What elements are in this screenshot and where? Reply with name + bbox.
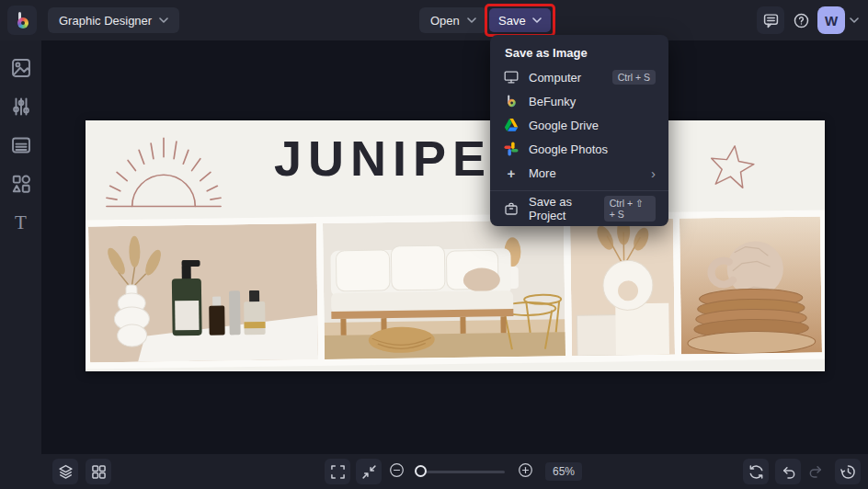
menu-item-label: Google Photos — [529, 142, 608, 156]
sidebar-item-text[interactable]: T — [8, 210, 34, 235]
layers-button[interactable] — [52, 459, 78, 484]
menu-item-befunky[interactable]: BeFunky — [490, 89, 668, 113]
sidebar-item-graphics[interactable] — [8, 171, 34, 197]
refresh-icon — [748, 464, 764, 480]
open-button-label: Open — [430, 14, 460, 28]
fit-screen-icon — [361, 464, 377, 480]
photo-sofa[interactable] — [323, 220, 565, 359]
redo-icon — [808, 463, 824, 479]
account-chevron-down-icon[interactable] — [850, 17, 859, 23]
bottom-bar: 65% — [41, 454, 868, 489]
avatar-initial: W — [825, 13, 838, 28]
menu-item-computer[interactable]: Computer Ctrl + S — [490, 65, 668, 89]
grid-view-button[interactable] — [86, 459, 111, 484]
save-annotation-box: Save — [485, 4, 555, 37]
zoom-level-value: 65% — [553, 465, 575, 478]
befunky-icon — [503, 93, 520, 109]
fullscreen-icon — [330, 464, 346, 480]
feedback-button[interactable] — [757, 6, 784, 34]
shortcut-badge: Ctrl + ⇧ + S — [604, 196, 656, 222]
zoom-in-button[interactable] — [518, 462, 536, 481]
menu-item-label: Save as Project — [529, 195, 595, 222]
help-button[interactable] — [787, 6, 815, 34]
menu-item-more[interactable]: + More › — [490, 161, 668, 185]
chevron-down-icon — [467, 17, 476, 23]
undo-icon — [781, 464, 796, 480]
redo-button[interactable] — [808, 463, 827, 482]
photo-donut-vase[interactable] — [570, 219, 675, 357]
menu-divider — [490, 190, 668, 191]
save-dropdown-menu: Save as Image Computer Ctrl + S — [490, 35, 668, 226]
briefcase-icon — [503, 200, 520, 217]
sidebar-item-edit[interactable] — [8, 94, 34, 119]
zoom-slider-handle[interactable] — [415, 465, 427, 477]
history-button[interactable] — [835, 459, 861, 484]
photo-skincare[interactable] — [88, 223, 318, 362]
photo-ceramics[interactable] — [680, 216, 822, 354]
app-switcher-label: Graphic Designer — [59, 14, 152, 28]
card-icon — [11, 135, 31, 155]
fit-to-screen-button[interactable] — [356, 459, 382, 484]
layers-icon — [58, 464, 74, 480]
zoom-level-badge[interactable]: 65% — [545, 462, 582, 481]
chevron-down-icon — [532, 17, 542, 23]
text-icon: T — [15, 213, 27, 233]
comment-icon — [763, 13, 779, 28]
avatar[interactable]: W — [817, 6, 845, 34]
plus-circle-icon — [518, 462, 533, 478]
graphic-designer-app: Graphic Designer Open Save — [0, 0, 868, 489]
minus-circle-icon — [389, 462, 405, 478]
zoom-slider[interactable] — [417, 471, 505, 473]
workspace: JUNIPER — [41, 40, 868, 454]
sun-illustration[interactable] — [99, 131, 228, 212]
menu-item-label: Computer — [529, 71, 581, 85]
befunky-logo[interactable] — [7, 6, 37, 35]
menu-item-save-as-project[interactable]: Save as Project Ctrl + ⇧ + S — [490, 197, 668, 221]
star-illustration[interactable] — [706, 141, 758, 192]
save-menu-title: Save as Image — [490, 39, 668, 65]
menu-item-google-photos[interactable]: Google Photos — [490, 137, 668, 161]
sidebar-item-image-manager[interactable] — [8, 55, 34, 81]
help-icon — [794, 13, 809, 28]
shortcut-badge: Ctrl + S — [612, 70, 656, 85]
save-button[interactable]: Save — [489, 8, 551, 32]
sidebar-item-templates[interactable] — [8, 132, 34, 158]
menu-item-google-drive[interactable]: Google Drive — [490, 113, 668, 137]
app-switcher-button[interactable]: Graphic Designer — [48, 7, 179, 33]
left-toolbar: T — [0, 40, 41, 489]
undo-button[interactable] — [775, 459, 801, 484]
refresh-button[interactable] — [743, 459, 769, 484]
chevron-down-icon — [159, 17, 168, 23]
google-photos-icon — [503, 141, 520, 157]
computer-icon — [503, 69, 520, 85]
save-button-label: Save — [498, 14, 526, 28]
open-button[interactable]: Open — [419, 7, 487, 33]
photo-collage — [86, 210, 825, 369]
menu-item-label: BeFunky — [529, 95, 576, 108]
top-bar: Graphic Designer Open Save — [0, 0, 868, 40]
grid-icon — [91, 464, 107, 480]
menu-item-label: Google Drive — [529, 119, 599, 132]
adjustments-icon — [11, 97, 31, 117]
google-drive-icon — [503, 117, 520, 133]
history-icon — [840, 464, 856, 480]
chevron-right-icon: › — [651, 166, 656, 180]
design-canvas[interactable]: JUNIPER — [86, 120, 825, 371]
menu-item-label: More — [529, 166, 556, 180]
image-icon — [11, 58, 31, 78]
shapes-icon — [11, 174, 31, 194]
plus-icon: + — [503, 165, 520, 181]
zoom-out-button[interactable] — [389, 462, 407, 481]
fullscreen-button[interactable] — [325, 459, 350, 484]
